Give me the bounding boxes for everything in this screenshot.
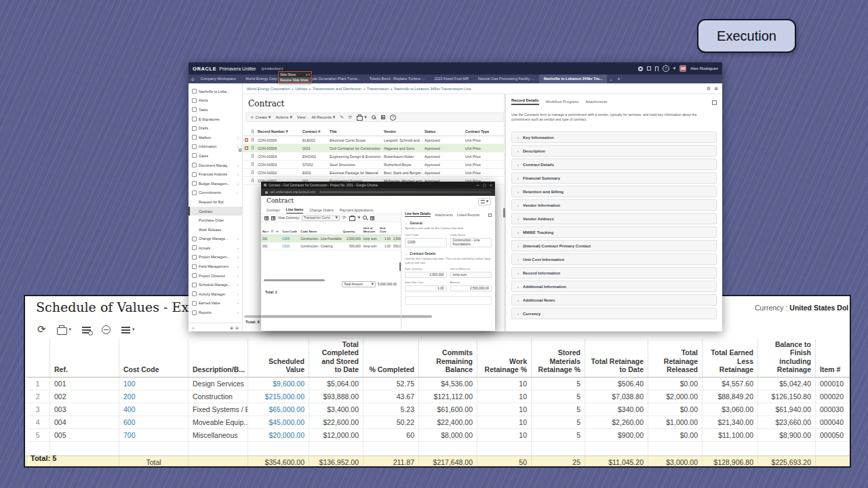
tab-list-icon[interactable]: ⌄	[609, 77, 612, 81]
scheduled-value-cell[interactable]: $215,000.00	[248, 390, 309, 403]
sidebar-item[interactable]: Contract	[189, 207, 242, 216]
print-button[interactable]: ▾	[357, 115, 367, 121]
col-total-completed[interactable]: Total Completed and Stored to Date	[309, 339, 363, 377]
table-scrollbar[interactable]	[264, 279, 325, 281]
collapsible-section[interactable]: › Vendor Address	[511, 213, 717, 224]
col-scheduled-value[interactable]: Scheduled Value	[248, 339, 309, 377]
home-icon[interactable]: ⌂	[191, 77, 194, 82]
bookmark-icon[interactable]	[655, 66, 658, 71]
sov-row[interactable]: 5 005 700 Miscellaneous $20,000.00 $12,0…	[26, 428, 850, 441]
contract-row[interactable]: CON-00002 E002 Electrical Package for Ma…	[243, 169, 505, 177]
split-view-icon[interactable]	[271, 216, 275, 220]
contract-row[interactable]: CON-00005 0021 Civil Contractor for Cons…	[243, 144, 505, 152]
col-title[interactable]: Title	[328, 127, 382, 136]
search-button[interactable]	[372, 115, 376, 120]
scheduled-value-cell[interactable]: $20,000.00	[248, 428, 309, 441]
project-tab[interactable]: World Energy Corp	[241, 75, 282, 83]
notifications-icon[interactable]	[638, 66, 643, 71]
scheduled-value-cell[interactable]: $9,600.00	[248, 377, 309, 390]
total-amount-select[interactable]: Total Amount▾	[342, 281, 376, 287]
popup-urlbar[interactable]: us1.unifieruatos.oraclecloud.com	[261, 188, 495, 196]
help-icon[interactable]: ?	[390, 115, 396, 121]
close-icon[interactable]: ×	[490, 183, 492, 187]
sidebar-item[interactable]: E-Signatures	[189, 115, 242, 124]
collapse-icon[interactable]	[102, 325, 111, 334]
collapsible-section[interactable]: › Key Information	[511, 131, 717, 143]
actions-button[interactable]: Actions▾	[275, 115, 292, 120]
col-balance-to-finish[interactable]: Balance to Finish including Retainage	[758, 339, 816, 377]
close-circle-icon[interactable]: ⊗	[714, 86, 718, 92]
print-icon[interactable]	[349, 216, 355, 221]
cost-code-link[interactable]: 700	[119, 428, 189, 441]
breadcrumb-item[interactable]: Utilities	[290, 87, 307, 91]
col-cost-code[interactable]: Cost Code	[119, 339, 189, 377]
popup-tab[interactable]: Change Orders	[309, 208, 333, 214]
lineitem-details-tab[interactable]: Attachments	[435, 214, 453, 217]
refresh-button[interactable]: ⟳	[349, 115, 352, 120]
cost-code-link[interactable]: 200	[119, 390, 189, 403]
sov-row[interactable]: 3 003 400 Fixed Systems / E... $65,000.0…	[26, 403, 850, 415]
sidebar-item[interactable]: Mailbox ›	[189, 133, 242, 142]
contract-details-section-header[interactable]: ⌄ Contract Details	[405, 251, 492, 256]
sidebar-item[interactable]: Financial Analysis ›	[189, 169, 242, 179]
item-quantity-field[interactable]: 2,500,000	[405, 272, 447, 278]
cost-code-cell[interactable]: C005	[281, 235, 299, 243]
breadcrumb-item[interactable]: World Energy Corporation	[247, 87, 290, 91]
col-work-retainage[interactable]: Work Retainage %	[477, 339, 532, 377]
gear-icon[interactable]: ⚙	[707, 86, 711, 92]
lineitem-details-tab[interactable]: Linked Records	[457, 214, 479, 217]
popup-tab[interactable]: Line Items	[286, 207, 304, 214]
scheduled-value-cell[interactable]: $65,000.00	[248, 403, 309, 415]
cost-code-cell[interactable]: C010	[281, 243, 299, 250]
columns-icon[interactable]	[370, 216, 374, 220]
lineitem-row[interactable]: 001 C005 Construction - Line Foundations…	[261, 235, 401, 243]
contract-row[interactable]: CON-00004 ENG001 Engineering Design & En…	[243, 152, 505, 161]
col-vendor[interactable]: Vendor	[382, 127, 422, 136]
sidebar-item[interactable]: Work Release	[189, 225, 242, 235]
collapsible-section[interactable]: › Unit Cost Information	[511, 253, 717, 265]
lineitem-details-tab[interactable]: Line Item Details	[405, 212, 431, 217]
collapsible-section[interactable]: › Contract Details	[511, 159, 717, 170]
announcements-icon[interactable]	[647, 66, 651, 70]
sidebar-item[interactable]: Project Closeout ›	[189, 271, 242, 281]
collapsible-section[interactable]: › Retention and Billing	[511, 186, 717, 197]
col-amount-clipped[interactable]	[392, 224, 401, 235]
avatar[interactable]: AR	[679, 65, 686, 72]
col-contract-number[interactable]: Contract #	[300, 127, 328, 136]
record-number-cell[interactable]: CON-00005	[256, 144, 300, 152]
zoom-out-icon[interactable]: ⊖	[235, 325, 239, 330]
contract-row[interactable]: CON-00003 ST002 Steel Structures Rutherf…	[243, 161, 505, 169]
details-tab[interactable]: Workflow Progress	[546, 100, 579, 105]
cost-code-link[interactable]: 600	[119, 415, 189, 428]
collapsible-section[interactable]: › Additional Information	[511, 281, 717, 292]
sov-row[interactable]: 4 004 600 Moveable Equip... $45,000.00 $…	[26, 415, 850, 428]
record-number-cell[interactable]: CON-00003	[256, 161, 300, 169]
maximize-icon[interactable]: □	[483, 183, 486, 187]
cost-code-link[interactable]: 400	[119, 403, 189, 415]
breadcrumb-item[interactable]: Nashville to Lebanon 345kv Transmission …	[389, 87, 471, 91]
col-cost-code[interactable]: Cost Code	[281, 224, 299, 235]
project-tab[interactable]: Natural Gas Processing Facility ...	[473, 75, 539, 83]
collapsible-section[interactable]: › Description	[511, 145, 717, 157]
zoom-in-icon[interactable]: ⊕	[230, 325, 233, 330]
sidebar-item[interactable]: Information ›	[189, 142, 242, 152]
collapsible-section[interactable]: › Additional Notes	[511, 294, 717, 306]
collapsible-section[interactable]: › Record Information	[511, 267, 717, 279]
breadcrumb-item[interactable]: Transmission	[361, 87, 389, 91]
sidebar-item[interactable]: Commitments ⌄	[189, 188, 242, 198]
item-unit-cost-field[interactable]: 1.00	[405, 285, 447, 291]
col-earned-less-retainage[interactable]: Total Earned Less Retainage	[703, 339, 758, 377]
record-number-cell[interactable]: CON-00002	[256, 169, 300, 177]
uom-field[interactable]: lump sum	[450, 272, 492, 278]
sidebar-item[interactable]: Purchase Order	[189, 216, 242, 225]
grid-view-icon[interactable]	[264, 216, 269, 220]
col-ref[interactable]: Ref.	[50, 339, 119, 377]
cost-code-link[interactable]: 100	[119, 377, 189, 390]
collapsible-section[interactable]: › Financial Summary	[511, 172, 717, 184]
collapsible-section[interactable]: › (Internal) Contract Primary Contact	[511, 240, 717, 251]
collapsible-section[interactable]: › Currency	[511, 308, 717, 319]
sov-row[interactable]: 2 002 200 Construction $215,000.00 $93,8…	[26, 390, 850, 403]
col-retainage-to-date[interactable]: Total Retainage to Date	[585, 339, 648, 377]
details-tab[interactable]: Attachments	[585, 100, 607, 105]
minimize-icon[interactable]: —	[476, 183, 479, 187]
